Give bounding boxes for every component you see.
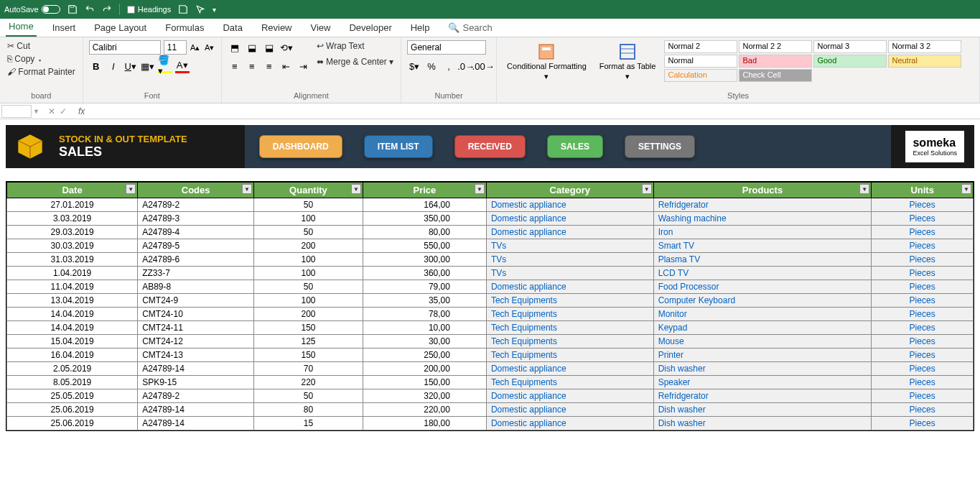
cell-quantity[interactable]: 50	[254, 280, 363, 294]
cell-code[interactable]: CMT24-12	[138, 335, 254, 349]
cell-quantity[interactable]: 70	[254, 362, 363, 376]
tab-help[interactable]: Help	[408, 19, 433, 37]
cell-product[interactable]: Smart TV	[653, 239, 872, 253]
tab-data[interactable]: Data	[220, 19, 245, 37]
cell-price[interactable]: 78,00	[363, 308, 486, 321]
table-row[interactable]: 1.04.2019ZZ33-7100360,00TVsLCD TVPieces	[7, 267, 974, 280]
table-row[interactable]: 25.06.2019A24789-1480220,00Domestic appl…	[7, 403, 974, 417]
cell-style-option[interactable]: Check Cell	[739, 69, 812, 82]
cell-date[interactable]: 13.04.2019	[7, 294, 138, 308]
filter-dropdown-icon[interactable]: ▼	[126, 184, 136, 194]
align-left-icon[interactable]: ≡	[228, 59, 242, 73]
cell-category[interactable]: Domestic appliance	[486, 198, 653, 212]
currency-icon[interactable]: $▾	[407, 59, 421, 73]
filter-dropdown-icon[interactable]: ▼	[351, 184, 361, 194]
cell-quantity[interactable]: 50	[254, 198, 363, 212]
checkbox-icon[interactable]	[127, 6, 135, 14]
filter-dropdown-icon[interactable]: ▼	[642, 184, 652, 194]
font-size-select[interactable]	[164, 40, 187, 55]
cell-price[interactable]: 220,00	[363, 403, 486, 417]
align-center-icon[interactable]: ≡	[245, 59, 259, 73]
cell-code[interactable]: CMT24-13	[138, 349, 254, 362]
column-header[interactable]: Date▼	[7, 183, 138, 198]
cell-category[interactable]: Tech Equipments	[486, 308, 653, 321]
cell-style-option[interactable]: Normal 3 2	[888, 40, 961, 53]
cell-category[interactable]: Tech Equipments	[486, 294, 653, 308]
cell-product[interactable]: Washing machine	[653, 212, 872, 226]
format-as-table-button[interactable]: Format as Table ▾	[595, 40, 661, 84]
table-row[interactable]: 31.03.2019A24789-6100300,00TVsPlasma TVP…	[7, 253, 974, 267]
name-box[interactable]	[1, 105, 32, 118]
column-header[interactable]: Price▼	[363, 183, 486, 198]
align-bottom-icon[interactable]: ⬓	[262, 40, 276, 55]
cell-units[interactable]: Pieces	[872, 239, 974, 253]
cell-category[interactable]: Tech Equipments	[486, 335, 653, 349]
filter-dropdown-icon[interactable]: ▼	[242, 184, 252, 194]
filter-dropdown-icon[interactable]: ▼	[475, 184, 485, 194]
cell-product[interactable]: Speaker	[653, 376, 872, 389]
cell-units[interactable]: Pieces	[872, 198, 974, 212]
cell-code[interactable]: ZZ33-7	[138, 267, 254, 280]
nav-button-item-list[interactable]: ITEM LIST	[364, 135, 433, 158]
cell-code[interactable]: A24789-4	[138, 226, 254, 239]
table-row[interactable]: 3.03.2019A24789-3100350,00Domestic appli…	[7, 212, 974, 226]
cell-units[interactable]: Pieces	[872, 267, 974, 280]
cell-category[interactable]: Domestic appliance	[486, 212, 653, 226]
cell-style-option[interactable]: Good	[813, 55, 887, 68]
cell-units[interactable]: Pieces	[872, 335, 974, 349]
table-row[interactable]: 11.04.2019AB89-85079,00Domestic applianc…	[7, 280, 974, 294]
cell-price[interactable]: 35,00	[363, 294, 486, 308]
cell-quantity[interactable]: 150	[254, 349, 363, 362]
cell-code[interactable]: A24789-14	[138, 417, 254, 430]
cell-product[interactable]: LCD TV	[653, 267, 872, 280]
cell-quantity[interactable]: 50	[254, 389, 363, 403]
cell-units[interactable]: Pieces	[872, 212, 974, 226]
tab-formulas[interactable]: Formulas	[162, 19, 207, 37]
conditional-formatting-button[interactable]: Conditional Formatting ▾	[503, 40, 591, 84]
cell-code[interactable]: A24789-6	[138, 253, 254, 267]
merge-center-button[interactable]: ⬌ Merge & Center ▾	[315, 56, 395, 68]
headings-checkbox[interactable]: Headings	[127, 5, 171, 14]
cell-units[interactable]: Pieces	[872, 376, 974, 389]
cell-date[interactable]: 14.04.2019	[7, 321, 138, 335]
cell-date[interactable]: 14.04.2019	[7, 308, 138, 321]
nav-button-received[interactable]: RECEIVED	[454, 135, 526, 158]
cell-units[interactable]: Pieces	[872, 308, 974, 321]
align-top-icon[interactable]: ⬒	[228, 40, 242, 55]
column-header[interactable]: Products▼	[653, 183, 872, 198]
cell-style-option[interactable]: Normal 2	[664, 40, 737, 53]
cell-code[interactable]: A24789-14	[138, 403, 254, 417]
cell-code[interactable]: CMT24-11	[138, 321, 254, 335]
cell-price[interactable]: 200,00	[363, 362, 486, 376]
cell-product[interactable]: Plasma TV	[653, 253, 872, 267]
cell-quantity[interactable]: 200	[254, 308, 363, 321]
cell-quantity[interactable]: 100	[254, 212, 363, 226]
cell-units[interactable]: Pieces	[872, 417, 974, 430]
cell-category[interactable]: Domestic appliance	[486, 403, 653, 417]
enter-formula-icon[interactable]: ✓	[60, 106, 67, 116]
cell-quantity[interactable]: 220	[254, 376, 363, 389]
cell-date[interactable]: 29.03.2019	[7, 226, 138, 239]
cell-quantity[interactable]: 125	[254, 335, 363, 349]
underline-button[interactable]: U▾	[123, 59, 138, 73]
redo-icon[interactable]	[102, 4, 112, 14]
tab-page-layout[interactable]: Page Layout	[91, 19, 149, 37]
cell-quantity[interactable]: 100	[254, 267, 363, 280]
nav-button-sales[interactable]: SALES	[547, 135, 603, 158]
cell-quantity[interactable]: 200	[254, 239, 363, 253]
cell-quantity[interactable]: 100	[254, 253, 363, 267]
cell-date[interactable]: 25.06.2019	[7, 403, 138, 417]
cell-style-option[interactable]: Normal 2 2	[739, 40, 812, 53]
cell-code[interactable]: CMT24-9	[138, 294, 254, 308]
name-box-dropdown-icon[interactable]: ▼	[32, 108, 41, 115]
tab-view[interactable]: View	[308, 19, 334, 37]
table-row[interactable]: 8.05.2019SPK9-15220150,00Tech Equipments…	[7, 376, 974, 389]
table-row[interactable]: 29.03.2019A24789-45080,00Domestic applia…	[7, 226, 974, 239]
worksheet[interactable]: STOCK IN & OUT TEMPLATE SALES DASHBOARDI…	[0, 119, 980, 503]
cell-product[interactable]: Iron	[653, 226, 872, 239]
tab-home[interactable]: Home	[6, 18, 37, 37]
increase-decimal-icon[interactable]: .0→	[459, 59, 473, 73]
decrease-indent-icon[interactable]: ⇤	[279, 59, 294, 73]
column-header[interactable]: Units▼	[872, 183, 974, 198]
cell-units[interactable]: Pieces	[872, 253, 974, 267]
